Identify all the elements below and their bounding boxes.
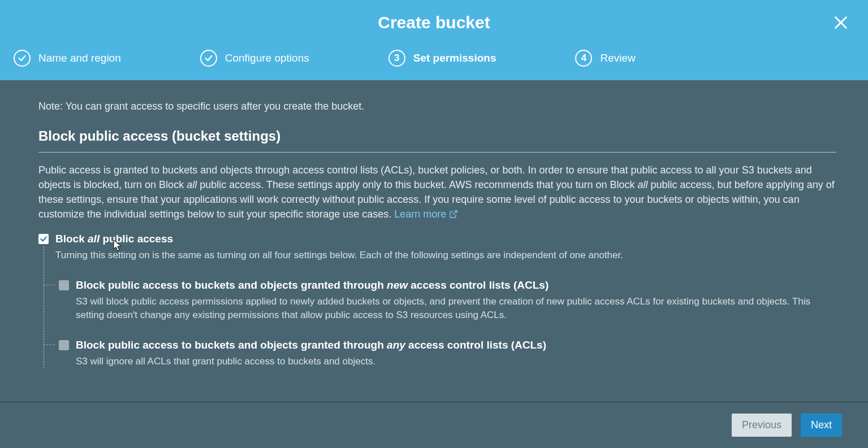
title-bar: Create bucket (0, 0, 868, 45)
previous-button[interactable]: Previous (732, 414, 792, 437)
step-label: Set permissions (413, 52, 496, 64)
step-name-and-region[interactable]: Name and region (14, 50, 121, 67)
sub-option-any-acls: Block public access to buckets and objec… (59, 339, 836, 368)
next-button[interactable]: Next (801, 414, 842, 437)
external-link-icon (449, 210, 458, 219)
sub-checkbox-any-acls[interactable] (59, 340, 69, 350)
sub-title: Block public access to buckets and objec… (76, 279, 836, 292)
sub-desc: S3 will ignore all ACLs that grant publi… (76, 355, 546, 368)
block-all-title: Block all public access (55, 233, 623, 245)
block-all-row: Block all public access Turning this set… (38, 233, 836, 262)
step-set-permissions[interactable]: 3 Set permissions (388, 50, 496, 67)
step-number: 3 (388, 50, 405, 67)
step-review[interactable]: 4 Review (575, 50, 635, 67)
step-label: Name and region (38, 52, 121, 64)
permissions-panel[interactable]: Note: You can grant access to specific u… (0, 80, 868, 402)
learn-more-link[interactable]: Learn more (394, 208, 458, 220)
block-all-checkbox[interactable] (38, 234, 49, 244)
block-public-access-tree: Block all public access Turning this set… (38, 233, 836, 368)
modal-title: Create bucket (378, 13, 490, 32)
step-label: Review (600, 52, 635, 64)
sub-title: Block public access to buckets and objec… (76, 339, 546, 351)
svg-line-2 (453, 211, 457, 215)
wizard-footer: Previous Next (0, 402, 868, 448)
check-icon (14, 50, 31, 67)
step-label: Configure options (225, 52, 309, 64)
step-number: 4 (575, 50, 592, 67)
tree-line (44, 246, 44, 368)
sub-checkbox-new-acls[interactable] (59, 280, 69, 290)
step-configure-options[interactable]: Configure options (200, 50, 309, 67)
sub-option-new-acls: Block public access to buckets and objec… (59, 279, 836, 322)
block-all-desc: Turning this setting on is the same as t… (55, 249, 623, 262)
wizard-steps: Name and region Configure options 3 Set … (0, 45, 868, 80)
section-description: Public access is granted to buckets and … (38, 163, 836, 221)
sub-desc: S3 will block public access permissions … (76, 295, 836, 322)
modal-header: Create bucket Name and region Configure … (0, 0, 868, 80)
section-title: Block public access (bucket settings) (38, 128, 836, 144)
close-icon[interactable] (832, 14, 850, 32)
check-icon (200, 50, 217, 67)
note-text: Note: You can grant access to specific u… (38, 101, 836, 112)
section-divider (38, 152, 836, 153)
